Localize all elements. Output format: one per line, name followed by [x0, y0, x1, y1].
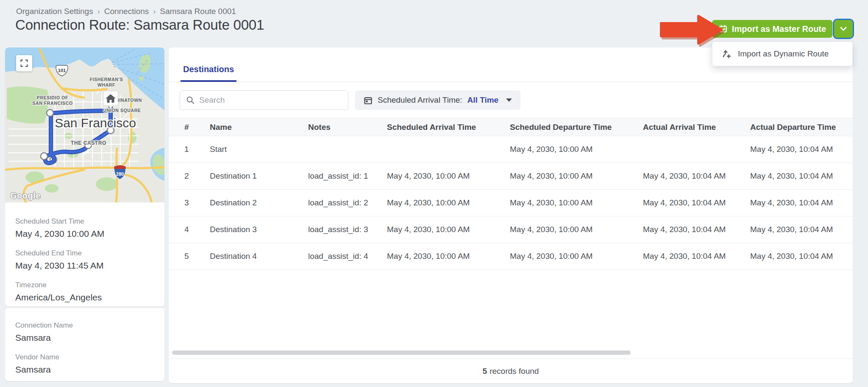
caret-down-icon [506, 98, 512, 102]
table-cell: load_assist_id: 4 [308, 243, 387, 270]
import-master-route-button[interactable]: Import as Master Route [712, 20, 832, 38]
svg-text:101: 101 [58, 68, 66, 73]
route-map[interactable]: 101 280 FISHERMAN'S WHARF PRESIDIO OF SA… [5, 48, 164, 202]
map-label-union-square: UNION SQUARE [103, 108, 141, 113]
tab-destinations[interactable]: Destinations [181, 64, 236, 82]
table-cell: May 4, 2030, 10:04 AM [750, 216, 853, 243]
breadcrumb-item-connections[interactable]: Connections [104, 7, 149, 16]
page-title: Connection Route: Samsara Route 0001 [15, 17, 264, 33]
table-cell: load_assist_id: 3 [308, 216, 387, 243]
table-cell: Destination 3 [210, 216, 308, 243]
table-cell: Destination 2 [210, 190, 308, 216]
breadcrumb-separator: › [153, 7, 156, 16]
scheduled-arrival-time-filter[interactable]: Scheduled Arrival Time: All Time [355, 90, 520, 110]
table-cell [387, 136, 510, 163]
import-master-route-label: Import as Master Route [732, 24, 826, 34]
column-header: Name [210, 118, 308, 136]
calendar-icon [364, 96, 373, 105]
route-summary-card: 101 280 FISHERMAN'S WHARF PRESIDIO OF SA… [5, 48, 164, 306]
table-cell: May 4, 2030, 10:00 AM [387, 216, 510, 243]
table-cell: Destination 1 [210, 163, 308, 190]
connection-info-card: Connection Name Samsara Vendor Name Sams… [5, 308, 164, 381]
google-logo: Google [10, 191, 41, 200]
map-label-castro: THE CASTRO [71, 140, 106, 146]
breadcrumb-item-org-settings[interactable]: Organization Settings [16, 7, 93, 16]
table-header-row: #NameNotesScheduled Arrival TimeSchedule… [169, 118, 853, 136]
records-count: 5 [483, 367, 487, 376]
search-input-wrap[interactable] [180, 90, 348, 110]
records-label: records found [490, 367, 539, 376]
field-scheduled-start-time: Scheduled Start Time May 4, 2030 10:00 A… [15, 217, 154, 240]
table-cell: May 4, 2030, 10:04 AM [643, 190, 750, 216]
horizontal-scrollbar[interactable] [172, 351, 631, 355]
table-cell: 4 [169, 216, 210, 243]
field-vendor-name: Vendor Name Samsara [15, 353, 154, 376]
table-cell: Destination 4 [210, 243, 308, 270]
route-add-icon [722, 49, 732, 59]
menu-item-import-dynamic-route[interactable]: Import as Dynamic Route [738, 49, 829, 59]
table-scroll-area [169, 270, 853, 359]
svg-text:280: 280 [116, 171, 124, 177]
table-row[interactable]: 1StartMay 4, 2030, 10:00 AMMay 4, 2030, … [169, 136, 853, 163]
import-route-dropdown-toggle[interactable] [834, 20, 853, 38]
table-cell [643, 136, 750, 163]
table-cell: 2 [169, 163, 210, 190]
column-header: Notes [308, 118, 387, 136]
svg-text:SAN FRANCISCO: SAN FRANCISCO [32, 101, 72, 106]
table-cell: May 4, 2030, 10:04 AM [643, 243, 750, 270]
map-label-fishermans-wharf: FISHERMAN'S [90, 77, 123, 82]
table-row[interactable]: 4Destination 3load_assist_id: 3May 4, 20… [169, 216, 853, 243]
table-cell: load_assist_id: 1 [308, 163, 387, 190]
table-cell: May 4, 2030, 10:00 AM [510, 243, 643, 270]
calendar-sync-icon [718, 24, 728, 34]
filter-value: All Time [467, 95, 499, 105]
breadcrumb-item-current: Samsara Route 0001 [160, 7, 236, 16]
column-header: Scheduled Arrival Time [387, 118, 510, 136]
table-cell: 5 [169, 243, 210, 270]
table-body: 1StartMay 4, 2030, 10:00 AMMay 4, 2030, … [169, 136, 853, 270]
table-cell: May 4, 2030, 10:00 AM [387, 190, 510, 216]
field-timezone: Timezone America/Los_Angeles [15, 280, 154, 303]
table-cell: May 4, 2030, 10:04 AM [750, 243, 853, 270]
svg-text:WHARF: WHARF [97, 82, 115, 87]
chevron-down-icon [840, 26, 847, 31]
table-cell: May 4, 2030, 10:00 AM [510, 216, 643, 243]
table-cell: May 4, 2030, 10:04 AM [643, 216, 750, 243]
breadcrumb-separator: › [97, 7, 100, 16]
table-cell: May 4, 2030, 10:00 AM [510, 190, 643, 216]
column-header: # [169, 118, 210, 136]
destinations-table: #NameNotesScheduled Arrival TimeSchedule… [169, 118, 853, 270]
search-input[interactable] [199, 95, 342, 105]
table-cell: May 4, 2030, 10:04 AM [750, 136, 853, 163]
table-cell: 3 [169, 190, 210, 216]
table-cell: Start [210, 136, 308, 163]
table-row[interactable]: 3Destination 2load_assist_id: 2May 4, 20… [169, 190, 853, 216]
table-cell [308, 136, 387, 163]
destinations-panel: Destinations Scheduled Arrival Time: All… [169, 48, 853, 383]
import-route-dropdown-menu: Import as Dynamic Route [712, 42, 853, 66]
table-toolbar: Scheduled Arrival Time: All Time [169, 82, 853, 110]
filter-label: Scheduled Arrival Time: [378, 95, 462, 105]
table-cell: May 4, 2030, 10:00 AM [510, 163, 643, 190]
table-cell: May 4, 2030, 10:00 AM [387, 163, 510, 190]
table-cell: May 4, 2030, 10:00 AM [510, 136, 643, 163]
map-fullscreen-button[interactable] [16, 55, 32, 71]
map-label-city: San Francisco [55, 116, 136, 130]
map-label-presidio: PRESIDIO OF [37, 95, 68, 100]
search-icon [186, 96, 195, 104]
field-connection-name: Connection Name Samsara [15, 321, 154, 344]
table-cell: load_assist_id: 2 [308, 190, 387, 216]
table-cell: May 4, 2030, 10:04 AM [750, 163, 853, 190]
column-header: Actual Arrival Time [643, 118, 750, 136]
table-footer: 5 records found [169, 359, 853, 383]
field-scheduled-end-time: Scheduled End Time May 4, 2030 11:45 AM [15, 249, 154, 272]
breadcrumb: Organization Settings › Connections › Sa… [16, 7, 236, 16]
table-cell: 1 [169, 136, 210, 163]
table-row[interactable]: 5Destination 4load_assist_id: 4May 4, 20… [169, 243, 853, 270]
column-header: Scheduled Departure Time [510, 118, 643, 136]
table-cell: May 4, 2030, 10:04 AM [750, 190, 853, 216]
column-header: Actual Departure Time [750, 118, 853, 136]
table-row[interactable]: 2Destination 1load_assist_id: 1May 4, 20… [169, 163, 853, 190]
table-cell: May 4, 2030, 10:04 AM [643, 163, 750, 190]
table-cell: May 4, 2030, 10:00 AM [387, 243, 510, 270]
